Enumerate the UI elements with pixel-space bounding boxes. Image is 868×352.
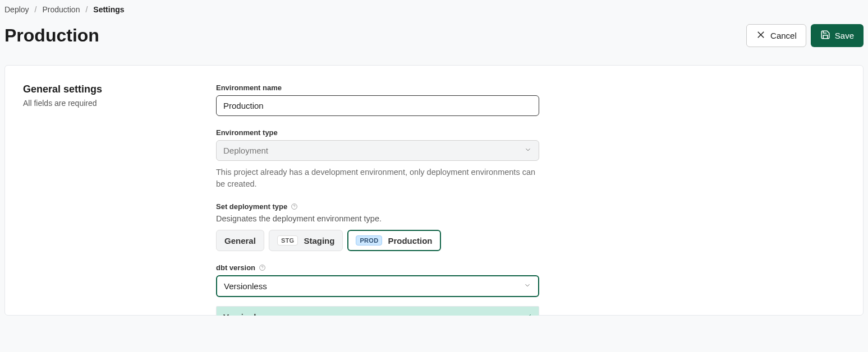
dbt-version-dropdown: Versionless 1.7 (critical support, will …: [216, 306, 539, 316]
help-icon[interactable]: [291, 203, 298, 210]
deployment-type-label-text: Set deployment type: [216, 202, 287, 211]
cancel-button[interactable]: Cancel: [746, 24, 806, 47]
field-env-name: Environment name: [216, 84, 539, 116]
save-button[interactable]: Save: [811, 24, 864, 47]
settings-card: General settings All fields are required…: [4, 65, 864, 316]
chevron-down-icon: [523, 281, 531, 291]
dbt-version-option-versionless[interactable]: Versionless: [217, 307, 539, 316]
staging-label: Staging: [304, 236, 334, 246]
page-title: Production: [4, 25, 99, 46]
breadcrumb: Deploy / Production / Settings: [0, 0, 868, 14]
breadcrumb-production[interactable]: Production: [42, 5, 80, 14]
deployment-type-desc: Designates the deployment environment ty…: [216, 214, 539, 223]
production-label: Production: [388, 236, 432, 246]
section-title: General settings: [23, 84, 216, 95]
close-icon: [756, 30, 766, 41]
env-type-helper: This project already has a development e…: [216, 166, 539, 190]
deployment-type-staging[interactable]: STG Staging: [269, 230, 343, 251]
help-icon[interactable]: [259, 264, 266, 271]
deployment-type-segmented: General STG Staging PROD Production: [216, 230, 539, 251]
deployment-type-general[interactable]: General: [216, 230, 264, 251]
dbt-version-value: Versionless: [224, 281, 267, 291]
field-env-type: Environment type Deployment This project…: [216, 128, 539, 190]
dbt-version-select[interactable]: Versionless: [216, 275, 539, 297]
check-icon: [524, 312, 532, 316]
save-icon: [820, 30, 830, 41]
field-deployment-type: Set deployment type Designates the deplo…: [216, 202, 539, 251]
prod-badge: PROD: [356, 235, 382, 246]
section-subtitle: All fields are required: [23, 99, 216, 108]
breadcrumb-settings: Settings: [93, 5, 124, 14]
option-label: Versionless: [223, 312, 270, 316]
env-name-input[interactable]: [216, 95, 539, 116]
deployment-type-label: Set deployment type: [216, 202, 539, 211]
cancel-label: Cancel: [770, 31, 797, 40]
dbt-version-dropdown-wrap: Versionless Versionless 1.7 (critical su…: [216, 275, 539, 297]
dbt-version-label-text: dbt version: [216, 263, 255, 272]
save-label: Save: [835, 31, 854, 40]
env-type-select[interactable]: Deployment: [216, 140, 539, 161]
breadcrumb-sep: /: [35, 5, 37, 14]
env-name-label: Environment name: [216, 84, 539, 92]
header-actions: Cancel Save: [746, 24, 864, 47]
breadcrumb-sep: /: [85, 5, 88, 14]
dbt-version-label: dbt version: [216, 263, 539, 272]
deployment-type-production[interactable]: PROD Production: [347, 230, 440, 251]
section-header: General settings All fields are required: [23, 84, 216, 297]
field-dbt-version: dbt version Versionless Versionless: [216, 263, 539, 297]
env-type-value: Deployment: [223, 146, 268, 155]
stg-badge: STG: [277, 235, 298, 246]
chevron-down-icon: [524, 146, 532, 155]
env-type-label: Environment type: [216, 128, 539, 137]
breadcrumb-deploy[interactable]: Deploy: [4, 5, 29, 14]
page-header: Production Cancel Save: [0, 14, 868, 47]
form-body: Environment name Environment type Deploy…: [216, 84, 539, 297]
general-label: General: [224, 236, 256, 246]
